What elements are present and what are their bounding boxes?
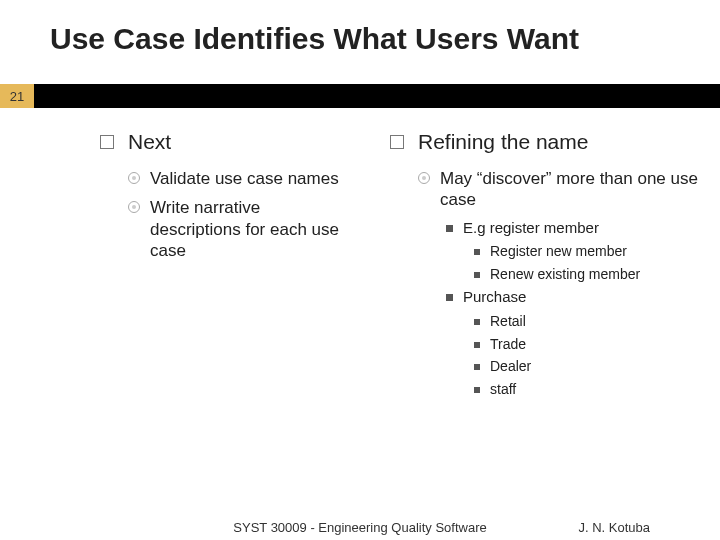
left-heading-text: Next bbox=[128, 130, 171, 154]
target-bullet-icon bbox=[128, 201, 140, 213]
square-bullet-icon bbox=[474, 249, 480, 255]
list-item-text: May “discover” more than one use case bbox=[440, 168, 700, 211]
left-column: Next Validate use case names Write narra… bbox=[0, 130, 360, 403]
square-bullet-icon bbox=[474, 387, 480, 393]
left-heading: Next bbox=[100, 130, 340, 154]
list-item: Write narrative descriptions for each us… bbox=[128, 197, 340, 261]
right-heading: Refining the name bbox=[390, 130, 700, 154]
list-item-text: Retail bbox=[490, 313, 526, 331]
right-column: Refining the name May “discover” more th… bbox=[360, 130, 720, 403]
list-item: staff bbox=[474, 381, 700, 399]
slide-body: Next Validate use case names Write narra… bbox=[0, 130, 720, 403]
list-item: Retail bbox=[474, 313, 700, 331]
list-item-text: Validate use case names bbox=[150, 168, 339, 189]
list-item-text: Dealer bbox=[490, 358, 531, 376]
target-bullet-icon bbox=[418, 172, 430, 184]
list-item-text: Register new member bbox=[490, 243, 627, 261]
list-item: May “discover” more than one use case bbox=[418, 168, 700, 211]
right-heading-text: Refining the name bbox=[418, 130, 588, 154]
list-item-text: Write narrative descriptions for each us… bbox=[150, 197, 340, 261]
footer-author: J. N. Kotuba bbox=[578, 520, 650, 535]
list-item-text: Purchase bbox=[463, 288, 526, 307]
title-underline-bar bbox=[0, 84, 720, 108]
hollow-square-bullet-icon bbox=[390, 135, 404, 149]
hollow-square-bullet-icon bbox=[100, 135, 114, 149]
list-item: Trade bbox=[474, 336, 700, 354]
square-bullet-icon bbox=[474, 272, 480, 278]
square-bullet-icon bbox=[474, 319, 480, 325]
square-bullet-icon bbox=[474, 342, 480, 348]
list-item: Purchase bbox=[446, 288, 700, 307]
list-item: Validate use case names bbox=[128, 168, 340, 189]
square-bullet-icon bbox=[446, 225, 453, 232]
list-item: Register new member bbox=[474, 243, 700, 261]
square-bullet-icon bbox=[446, 294, 453, 301]
list-item-text: Trade bbox=[490, 336, 526, 354]
page-number-badge: 21 bbox=[0, 84, 34, 108]
list-item-text: E.g register member bbox=[463, 219, 599, 238]
list-item-text: staff bbox=[490, 381, 516, 399]
list-item: Renew existing member bbox=[474, 266, 700, 284]
list-item: Dealer bbox=[474, 358, 700, 376]
list-item: E.g register member bbox=[446, 219, 700, 238]
target-bullet-icon bbox=[128, 172, 140, 184]
slide-title: Use Case Identifies What Users Want bbox=[0, 0, 720, 56]
square-bullet-icon bbox=[474, 364, 480, 370]
list-item-text: Renew existing member bbox=[490, 266, 640, 284]
